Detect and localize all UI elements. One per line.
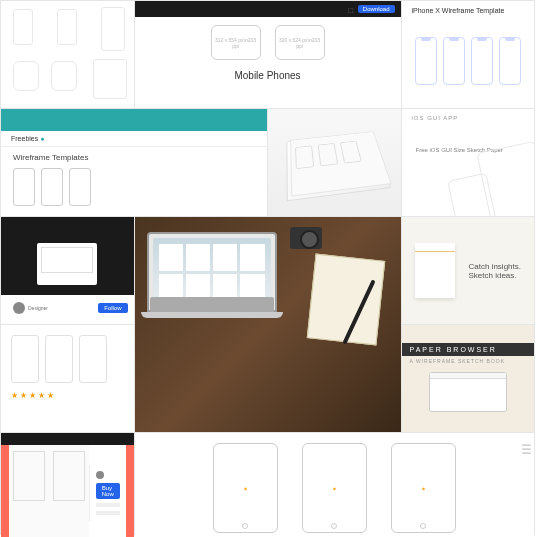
watch-outline <box>51 61 77 91</box>
phone-outline <box>13 168 35 206</box>
paper-stack-graphic <box>286 132 390 201</box>
center-dot: ✶ <box>243 485 248 492</box>
ipad-col: ✶ <box>391 443 456 533</box>
author-badge[interactable]: Designer <box>7 299 54 317</box>
avatar <box>96 471 104 479</box>
thumb-card-wireframes[interactable]: ★★★★★ <box>1 325 134 432</box>
card-outline <box>11 335 39 383</box>
notepad-graphic <box>415 243 455 298</box>
line: Sketch ideas. <box>469 271 521 280</box>
section-title: Mobile Phones <box>234 70 300 81</box>
brand-label: Freebies <box>11 135 38 142</box>
tablet-outline <box>93 59 127 99</box>
iphonex-outline <box>499 37 521 85</box>
thumb-freebies[interactable]: Freebies ● Wireframe Templates <box>1 109 267 216</box>
phone-outline <box>101 7 125 51</box>
card <box>13 451 45 501</box>
author-name: Designer <box>28 305 48 311</box>
watch-outline <box>13 61 39 91</box>
phone-row <box>13 168 91 206</box>
ipad-col: ✶ <box>213 443 278 533</box>
page-heading: Wireframe Templates <box>13 153 88 162</box>
phone-outline <box>41 168 63 206</box>
download-button[interactable]: Download <box>358 5 395 13</box>
card-row <box>11 335 107 383</box>
center-dot: ✶ <box>421 485 426 492</box>
frame <box>295 145 314 169</box>
brand-bar: Freebies ● <box>1 131 267 147</box>
camera <box>290 227 322 249</box>
star-icon: ★ <box>38 391 45 400</box>
star-icon: ★ <box>20 391 27 400</box>
star-icon: ★ <box>11 391 18 400</box>
frame <box>340 140 362 163</box>
ipad-outline: ✶ <box>213 443 278 533</box>
ipad-col: ✶ <box>302 443 367 533</box>
banner-sub: A WIREFRAME SKETCH BOOK <box>410 358 506 364</box>
iphonex-outline <box>443 37 465 85</box>
thumb-red-sidebar[interactable]: Buy Now <box>1 433 134 537</box>
phone-frames: 312 x 554 px\n203 ppi 320 x 524 px\n203 … <box>211 25 325 60</box>
notch-icon <box>449 38 459 41</box>
phone-size-box: 312 x 554 px\n203 ppi <box>211 25 261 60</box>
iphonex-row <box>415 37 521 85</box>
size-label: 312 x 554 px\n203 ppi <box>212 37 260 49</box>
side-label: ┃┃┃ <box>522 443 530 455</box>
center-dot: ✶ <box>332 485 337 492</box>
thumb-mobile-phones[interactable]: ⬚ Download 312 x 554 px\n203 ppi 320 x 5… <box>135 1 401 108</box>
sidebar-left <box>1 445 9 537</box>
thumb-iphonex[interactable]: iPhone X Wireframe Template <box>402 1 535 108</box>
thumb-devices-outline[interactable] <box>1 1 134 108</box>
browser-mock <box>429 372 507 412</box>
banner-title: PAPER BROWSER <box>410 346 497 353</box>
editor-toolbar: ⬚ Download <box>135 1 401 17</box>
size-label: 320 x 524 px\n203 ppi <box>276 37 324 49</box>
toolbar-text: ⬚ <box>348 6 354 13</box>
editor-toolbar <box>1 217 134 233</box>
laptop-screen <box>153 238 271 306</box>
buy-button[interactable]: Buy Now <box>96 483 120 499</box>
desk-photo <box>135 217 401 432</box>
frame <box>317 143 338 166</box>
canvas <box>1 233 134 295</box>
card <box>53 451 85 501</box>
brand-label: iOS GUI APP <box>412 115 459 121</box>
notebook <box>306 254 385 346</box>
site-header <box>1 109 267 131</box>
sidebar-far-right <box>126 445 134 537</box>
footer-row: Designer Follow <box>1 295 134 321</box>
thumb-paper-stack[interactable] <box>268 109 401 216</box>
thumb-paper-browser[interactable]: PAPER BROWSER A WIREFRAME SKETCH BOOK <box>402 325 535 432</box>
ipad-outline: ✶ <box>391 443 456 533</box>
star-icon: ★ <box>47 391 54 400</box>
insight-text: Catch insights. Sketch ideas. <box>469 262 521 280</box>
thumbnail-grid: ⬚ Download 312 x 554 px\n203 ppi 320 x 5… <box>0 0 535 535</box>
phone-outline <box>13 9 33 45</box>
phone-size-box: 320 x 524 px\n203 ppi <box>275 25 325 60</box>
notch-icon <box>505 38 515 41</box>
thumb-ipads[interactable]: ✶ ✶ ✶ ┃┃┃ <box>135 433 535 537</box>
notch-icon <box>421 38 431 41</box>
thumb-insights[interactable]: Catch insights. Sketch ideas. <box>402 217 535 324</box>
star-icon: ★ <box>29 391 36 400</box>
content-area <box>9 439 89 537</box>
line: Catch insights. <box>469 262 521 271</box>
phone-outline <box>69 168 91 206</box>
phone-outline <box>57 9 77 45</box>
ipad-outline: ✶ <box>302 443 367 533</box>
follow-button[interactable]: Follow <box>98 303 127 313</box>
card-outline <box>79 335 107 383</box>
star-row: ★★★★★ <box>11 391 54 400</box>
iphonex-outline <box>471 37 493 85</box>
notch-icon <box>477 38 487 41</box>
thumb-ios-gui[interactable]: iOS GUI APP Free iOS GUI Size Sketch Pap… <box>402 109 535 216</box>
laptop-base <box>141 312 283 318</box>
thumb-title: iPhone X Wireframe Template <box>412 7 505 14</box>
card-outline <box>45 335 73 383</box>
thumb-dark-editor[interactable]: Designer Follow <box>1 217 134 324</box>
avatar <box>13 302 25 314</box>
iphonex-outline <box>415 37 437 85</box>
sidebar-right: Buy Now <box>89 465 126 521</box>
banner: PAPER BROWSER <box>402 343 535 356</box>
thumb-laptop-photo[interactable] <box>135 217 401 432</box>
